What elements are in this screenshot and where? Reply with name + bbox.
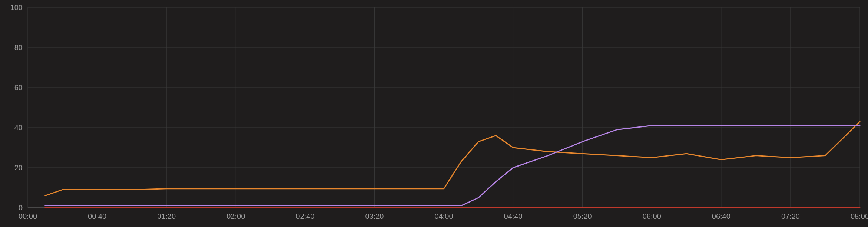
y-tick-label: 40 — [14, 124, 23, 132]
x-tick-label: 04:40 — [504, 212, 523, 220]
x-tick-label: 03:20 — [365, 212, 384, 220]
chart-svg: 02040608010000:0000:4001:2002:0002:4003:… — [0, 0, 868, 227]
x-tick-label: 04:00 — [434, 212, 453, 220]
x-tick-label: 00:00 — [19, 212, 37, 220]
x-tick-label: 07:20 — [781, 212, 800, 220]
y-tick-label: 0 — [19, 204, 23, 212]
y-tick-label: 100 — [10, 3, 23, 11]
series-orange — [45, 122, 860, 196]
series-purple — [45, 126, 860, 206]
x-tick-label: 08:00 — [851, 212, 868, 220]
x-tick-label: 06:40 — [712, 212, 730, 220]
x-tick-label: 05:20 — [573, 212, 592, 220]
x-tick-label: 06:00 — [643, 212, 661, 220]
y-tick-label: 80 — [14, 43, 23, 52]
x-tick-label: 02:00 — [226, 212, 245, 220]
x-tick-label: 01:20 — [157, 212, 176, 220]
x-tick-label: 00:40 — [88, 212, 106, 220]
line-chart: 02040608010000:0000:4001:2002:0002:4003:… — [0, 0, 868, 227]
y-tick-label: 20 — [14, 164, 23, 172]
x-tick-label: 02:40 — [296, 212, 314, 220]
y-tick-label: 60 — [14, 83, 23, 92]
